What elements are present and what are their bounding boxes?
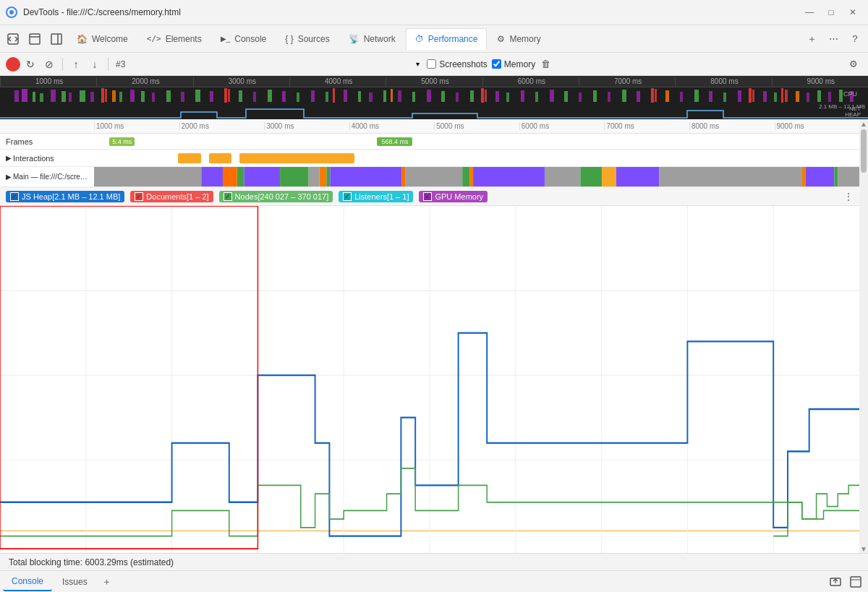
svg-text:CPU: CPU bbox=[843, 90, 857, 98]
svg-rect-89 bbox=[280, 167, 309, 186]
tab-memory[interactable]: ⚙ Memory bbox=[488, 28, 549, 50]
expand-button[interactable] bbox=[846, 572, 865, 591]
docs-checkbox[interactable] bbox=[135, 192, 143, 201]
memory-checkbox[interactable] bbox=[492, 59, 501, 69]
svg-rect-26 bbox=[210, 91, 213, 102]
legend-nodes[interactable]: Nodes[240 027 – 370 017] bbox=[219, 191, 333, 202]
svg-rect-23 bbox=[166, 90, 171, 102]
listeners-checkbox[interactable] bbox=[343, 192, 352, 201]
svg-rect-70 bbox=[752, 90, 754, 102]
svg-rect-9 bbox=[33, 92, 35, 102]
track-tick-1000: 1000 ms bbox=[94, 122, 179, 130]
start-profiling-button[interactable]: ↑ bbox=[67, 56, 85, 73]
timeline-overview[interactable]: 1000 ms 2000 ms 3000 ms 4000 ms 5000 ms … bbox=[0, 76, 868, 119]
svg-rect-46 bbox=[456, 93, 459, 102]
svg-rect-69 bbox=[749, 88, 752, 103]
svg-rect-68 bbox=[738, 90, 741, 102]
tab-welcome[interactable]: 🏠 Welcome bbox=[68, 28, 137, 50]
scrollbar-thumb[interactable] bbox=[861, 129, 867, 173]
frames-content[interactable]: 5.4 ms 568.4 ms bbox=[94, 134, 859, 149]
cpu-chart: CPU bbox=[0, 87, 868, 103]
devtools-toggle-button[interactable] bbox=[3, 29, 23, 49]
scroll-up-arrow[interactable]: ▲ bbox=[859, 119, 868, 128]
svg-rect-12 bbox=[61, 91, 66, 102]
svg-rect-35 bbox=[326, 92, 328, 102]
more-tabs-button[interactable]: ⋯ bbox=[823, 29, 843, 49]
dock-button[interactable] bbox=[25, 29, 45, 49]
frames-track-row: Frames 5.4 ms 568.4 ms bbox=[0, 134, 859, 150]
svg-rect-61 bbox=[651, 88, 654, 103]
bottom-tab-issues[interactable]: Issues bbox=[54, 572, 96, 591]
timeline-tracks: 1000 ms 2000 ms 3000 ms 4000 ms 5000 ms … bbox=[0, 119, 859, 553]
undock-button[interactable] bbox=[826, 572, 845, 591]
svg-rect-53 bbox=[535, 92, 538, 102]
svg-rect-94 bbox=[401, 167, 405, 186]
jsheap-checkbox[interactable] bbox=[10, 192, 19, 201]
memory-checkbox-label[interactable]: Memory bbox=[492, 59, 535, 69]
bottom-tab-console[interactable]: Console bbox=[3, 572, 52, 591]
bottom-tab-console-label: Console bbox=[12, 576, 43, 586]
net-heap-chart: NET HEAP bbox=[0, 103, 868, 119]
tab-sources[interactable]: { } Sources bbox=[276, 28, 338, 50]
legend-gpumem[interactable]: GPU Memory bbox=[419, 191, 488, 202]
svg-point-1 bbox=[9, 10, 14, 14]
new-tab-button[interactable]: ＋ bbox=[801, 29, 822, 49]
interactions-track-row: ▶ Interactions bbox=[0, 150, 859, 167]
clear-button[interactable]: ⊘ bbox=[41, 56, 58, 73]
trash-button[interactable]: 🗑 bbox=[537, 56, 554, 73]
docs-label: Documents[1 – 2] bbox=[146, 192, 208, 201]
elements-icon: </> bbox=[147, 34, 161, 43]
svg-rect-67 bbox=[723, 93, 726, 102]
svg-rect-47 bbox=[470, 90, 474, 102]
expand-main-icon[interactable]: ▶ bbox=[6, 173, 12, 181]
svg-rect-16 bbox=[101, 88, 104, 103]
svg-rect-76 bbox=[807, 93, 809, 102]
memory-legend-more-button[interactable]: ⋮ bbox=[843, 191, 854, 202]
maximize-button[interactable]: □ bbox=[822, 3, 841, 22]
help-button[interactable]: ? bbox=[845, 29, 865, 49]
dock-right-button[interactable] bbox=[46, 29, 67, 49]
screenshots-checkbox[interactable] bbox=[427, 59, 436, 69]
nodes-checkbox[interactable] bbox=[224, 192, 232, 201]
status-text: Total blocking time: 6003.29ms (estimate… bbox=[9, 557, 174, 567]
tab-performance-label: Performance bbox=[428, 34, 478, 44]
svg-rect-100 bbox=[580, 167, 602, 186]
svg-rect-104 bbox=[802, 167, 806, 186]
add-bottom-tab-button[interactable]: ＋ bbox=[98, 572, 116, 591]
main-track-content[interactable] bbox=[94, 167, 859, 186]
settings-button[interactable]: ⚙ bbox=[845, 56, 862, 73]
load-profile-button[interactable]: ↓ bbox=[86, 56, 103, 73]
svg-rect-48 bbox=[481, 88, 484, 103]
svg-rect-39 bbox=[369, 93, 373, 102]
memory-chart[interactable] bbox=[0, 206, 859, 553]
legend-docs[interactable]: Documents[1 – 2] bbox=[130, 191, 213, 202]
vertical-scrollbar[interactable]: ▲ ▼ bbox=[859, 119, 868, 553]
svg-rect-28 bbox=[228, 89, 230, 102]
svg-rect-77 bbox=[817, 90, 821, 102]
interactions-content[interactable] bbox=[94, 150, 859, 166]
recording-label: #3 bbox=[116, 59, 125, 69]
tab-performance[interactable]: ⏱ Performance bbox=[406, 28, 488, 50]
legend-jsheap[interactable]: JS Heap[2.1 MB – 12.1 MB] bbox=[6, 191, 124, 202]
close-button[interactable]: ✕ bbox=[843, 3, 862, 22]
tab-network[interactable]: 📡 Network bbox=[340, 28, 404, 50]
svg-rect-45 bbox=[441, 91, 445, 102]
minimize-button[interactable]: — bbox=[800, 3, 819, 22]
expand-interactions-icon[interactable]: ▶ bbox=[6, 154, 12, 162]
refresh-button[interactable]: ↻ bbox=[22, 56, 39, 73]
legend-listeners[interactable]: Listeners[1 – 1] bbox=[339, 191, 413, 202]
scroll-down-arrow[interactable]: ▼ bbox=[859, 544, 868, 553]
filter-dropdown-icon: ▾ bbox=[416, 60, 420, 68]
gpumem-checkbox[interactable] bbox=[423, 192, 432, 201]
home-icon: 🏠 bbox=[77, 34, 88, 44]
svg-rect-52 bbox=[521, 90, 524, 102]
tab-elements-label: Elements bbox=[166, 34, 202, 44]
tab-console[interactable]: ▶_ Console bbox=[212, 28, 276, 50]
tab-bar: 🏠 Welcome </> Elements ▶_ Console { } So… bbox=[0, 25, 868, 53]
svg-rect-59 bbox=[622, 90, 626, 102]
record-button[interactable] bbox=[6, 57, 20, 72]
tab-elements[interactable]: </> Elements bbox=[138, 28, 210, 50]
svg-rect-74 bbox=[785, 90, 788, 102]
svg-rect-98 bbox=[473, 167, 545, 186]
screenshots-checkbox-label[interactable]: Screenshots bbox=[427, 59, 488, 69]
